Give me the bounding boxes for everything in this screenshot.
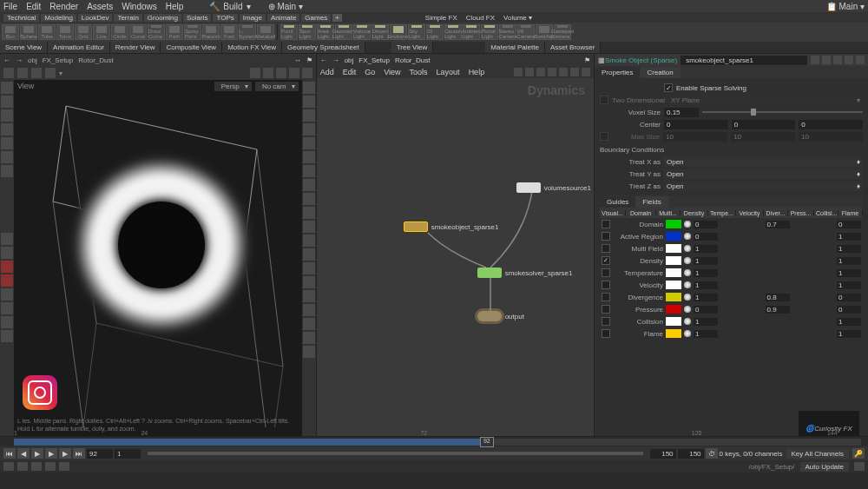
radial-menu-selector[interactable]: ⊕ Main ▾ xyxy=(268,2,303,11)
key-button[interactable]: 🔑 xyxy=(852,448,865,459)
vp-tool-icon[interactable] xyxy=(250,68,260,78)
desktop-selector[interactable]: 🔨 Build ▾ xyxy=(209,2,250,11)
guide-ramp-icon[interactable] xyxy=(684,269,691,276)
start-frame-field[interactable]: 1 xyxy=(115,449,141,459)
tool-icon[interactable] xyxy=(1,151,13,163)
tab-geospread[interactable]: Geometry Spreadsheet xyxy=(282,42,365,53)
shelf-path[interactable]: Path xyxy=(166,24,183,40)
guide-ramp-icon[interactable] xyxy=(684,221,691,228)
tab-renderview[interactable]: Render View xyxy=(110,42,161,53)
voxel-size-slider[interactable] xyxy=(702,111,863,113)
display-tool-icon[interactable] xyxy=(303,82,315,94)
net-toolbar-icon[interactable] xyxy=(559,68,568,76)
shelf-grid[interactable]: Grid xyxy=(75,24,92,40)
guide-value-field[interactable]: 0 xyxy=(837,294,861,301)
guide-visibility-checkbox[interactable] xyxy=(602,317,610,326)
tab-assetbrowser[interactable]: Asset Browser xyxy=(545,42,602,53)
vp-tool-icon[interactable] xyxy=(31,68,42,78)
shelf-gilight[interactable]: GI Light xyxy=(426,24,444,40)
vp-tool-icon[interactable] xyxy=(3,68,14,78)
rotate-tool-icon[interactable] xyxy=(1,109,13,122)
first-frame-button[interactable]: ⏮ xyxy=(3,448,16,459)
guide-value-field[interactable]: 1 xyxy=(837,281,861,289)
col-flame[interactable]: Flame xyxy=(838,210,863,216)
tool-icon[interactable] xyxy=(1,137,13,149)
display-tool-icon[interactable] xyxy=(303,207,315,219)
menu-edit[interactable]: Edit xyxy=(26,2,41,11)
guide-value-field[interactable]: 1 xyxy=(837,318,861,326)
display-tool-icon[interactable] xyxy=(303,276,315,288)
tab-creation[interactable]: Creation xyxy=(640,67,680,78)
guide-visibility-checkbox[interactable] xyxy=(602,305,610,314)
col-density[interactable]: Density xyxy=(681,210,708,216)
guide-visibility-checkbox[interactable] xyxy=(602,244,610,253)
display-tool-icon[interactable] xyxy=(303,304,315,316)
menu-file[interactable]: File xyxy=(3,2,17,11)
guide-value-field[interactable]: 1 xyxy=(694,294,718,301)
shelf-vollight[interactable]: Volume Light xyxy=(353,24,371,40)
guide-visibility-checkbox[interactable] xyxy=(602,256,610,265)
guide-value-field[interactable]: 0.9 xyxy=(766,306,790,314)
display-tool-icon[interactable] xyxy=(303,165,315,177)
display-tool-icon[interactable] xyxy=(303,248,315,261)
tab-guides[interactable]: Guides xyxy=(600,196,635,208)
path-fwd-icon[interactable]: → xyxy=(332,56,339,64)
display-tool-icon[interactable] xyxy=(303,262,315,274)
pin-icon[interactable] xyxy=(856,56,865,64)
desk-tab[interactable]: LookDev xyxy=(78,14,113,22)
guide-ramp-icon[interactable] xyxy=(684,233,691,240)
viewport-3d[interactable]: View Persp ▾ No cam ▾ xyxy=(14,80,302,436)
tab-compview[interactable]: Composite View xyxy=(161,42,222,53)
next-frame-button[interactable]: ▶ xyxy=(59,448,71,459)
vp-tool-icon[interactable] xyxy=(289,68,299,78)
snap-tool-icon[interactable] xyxy=(1,316,13,328)
guide-color-swatch[interactable] xyxy=(666,256,681,265)
range-slider[interactable] xyxy=(148,452,643,455)
col-multi[interactable]: Multi... xyxy=(656,210,681,216)
shelf-stereocam[interactable]: Stereo Camera xyxy=(499,24,516,40)
tab-properties[interactable]: Properties xyxy=(595,67,640,78)
treat-x-dropdown[interactable]: Open♦ xyxy=(664,157,863,167)
net-toolbar-icon[interactable] xyxy=(582,68,590,76)
cook-icon[interactable] xyxy=(854,462,865,471)
net-menu-tools[interactable]: Tools xyxy=(410,68,428,76)
net-menu-add[interactable]: Add xyxy=(320,68,334,76)
shelf-spraypaint[interactable]: Spray Paint xyxy=(184,24,201,40)
shelf-box[interactable]: Box xyxy=(2,24,19,40)
guide-value-field[interactable]: 0 xyxy=(837,221,861,228)
treat-y-dropdown[interactable]: Open♦ xyxy=(664,169,863,179)
key-all-dropdown[interactable]: Key All Channels xyxy=(786,449,849,459)
global-end-field[interactable]: 150 xyxy=(678,449,704,459)
net-toolbar-icon[interactable] xyxy=(570,68,579,76)
display-tool-icon[interactable] xyxy=(303,235,315,247)
guide-color-swatch[interactable] xyxy=(666,244,681,253)
timeline[interactable]: 1 24 72 120 144 92 xyxy=(0,436,868,446)
treat-z-dropdown[interactable]: Open♦ xyxy=(664,182,863,191)
display-tool-icon[interactable] xyxy=(303,332,315,344)
guide-value-field[interactable]: 1 xyxy=(837,330,861,338)
net-toolbar-icon[interactable] xyxy=(514,68,523,76)
guide-color-swatch[interactable] xyxy=(666,305,681,314)
path-back-icon[interactable]: ← xyxy=(320,56,327,64)
prev-frame-button[interactable]: ◀ xyxy=(17,448,30,459)
col-collision[interactable]: Collisi... xyxy=(814,210,838,216)
shelf-platonic[interactable]: Platonic xyxy=(202,24,220,40)
guide-visibility-checkbox[interactable] xyxy=(602,232,610,241)
guide-color-swatch[interactable] xyxy=(666,317,681,326)
tool-icon[interactable] xyxy=(1,165,13,177)
last-frame-button[interactable]: ⏭ xyxy=(73,448,85,459)
two-dim-checkbox[interactable] xyxy=(600,96,608,104)
network-view[interactable]: Dynamics volumesource1 smokeobject_spars… xyxy=(317,78,594,436)
tab-treeview[interactable]: Tree View xyxy=(391,42,434,53)
net-toolbar-icon[interactable] xyxy=(548,68,556,76)
snap-tool-icon[interactable] xyxy=(1,274,13,287)
guide-value-field[interactable]: 1 xyxy=(694,318,718,326)
tab-animeditor[interactable]: Animation Editor xyxy=(48,42,110,53)
shelf-tube[interactable]: Tube xyxy=(38,24,56,40)
path-fwd-icon[interactable]: → xyxy=(16,56,23,64)
desk-tab[interactable]: Grooming xyxy=(144,14,181,22)
snap-tool-icon[interactable] xyxy=(1,261,13,273)
shelf-envlight[interactable]: Environm xyxy=(390,24,407,40)
guide-color-swatch[interactable] xyxy=(666,293,681,301)
path-obj[interactable]: obj xyxy=(28,56,37,64)
